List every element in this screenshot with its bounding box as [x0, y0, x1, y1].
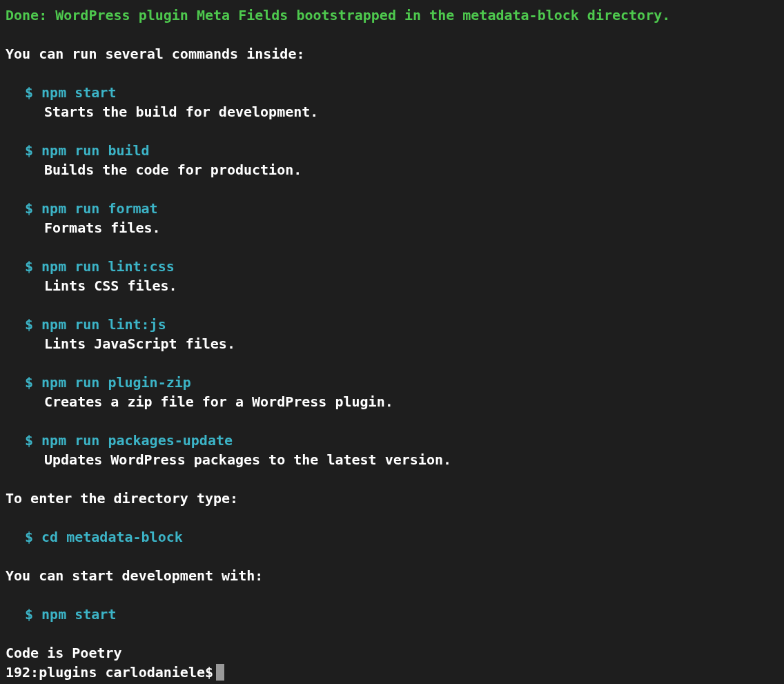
start-dev-command: $ npm start [6, 605, 778, 624]
command-block-format: $ npm run format Formats files. [6, 199, 778, 237]
command-block-pluginzip: $ npm run plugin-zip Creates a zip file … [6, 373, 778, 411]
enter-dir-command: $ cd metadata-block [6, 527, 778, 547]
command-block-start: $ npm start Starts the build for develop… [6, 83, 778, 121]
command-desc-start: Starts the build for development. [25, 102, 778, 121]
command-npm-start: $ npm start [25, 83, 778, 102]
command-desc-format: Formats files. [25, 218, 778, 237]
intro-text: You can run several commands inside: [6, 44, 778, 63]
command-desc-pluginzip: Creates a zip file for a WordPress plugi… [25, 392, 778, 411]
footer-poetry: Code is Poetry [6, 643, 778, 663]
command-npm-packagesupdate: $ npm run packages-update [25, 431, 778, 450]
command-npm-format: $ npm run format [25, 199, 778, 218]
command-block-lintcss: $ npm run lint:css Lints CSS files. [6, 257, 778, 295]
command-desc-lintjs: Lints JavaScript files. [25, 334, 778, 353]
start-dev-label: You can start development with: [6, 566, 778, 585]
command-npm-lintjs: $ npm run lint:js [25, 315, 778, 334]
command-desc-packagesupdate: Updates WordPress packages to the latest… [25, 450, 778, 469]
command-desc-lintcss: Lints CSS files. [25, 276, 778, 295]
command-block-build: $ npm run build Builds the code for prod… [6, 141, 778, 179]
command-npm-pluginzip: $ npm run plugin-zip [25, 373, 778, 392]
command-block-lintjs: $ npm run lint:js Lints JavaScript files… [6, 315, 778, 353]
command-npm-build: $ npm run build [25, 141, 778, 160]
terminal-cursor [216, 664, 224, 681]
command-desc-build: Builds the code for production. [25, 160, 778, 179]
done-message: Done: WordPress plugin Meta Fields boots… [6, 6, 778, 25]
command-block-packagesupdate: $ npm run packages-update Updates WordPr… [6, 431, 778, 469]
terminal-prompt: 192:plugins carlodaniele$ [6, 663, 213, 682]
enter-dir-label: To enter the directory type: [6, 489, 778, 508]
command-npm-lintcss: $ npm run lint:css [25, 257, 778, 276]
terminal-prompt-line[interactable]: 192:plugins carlodaniele$ [6, 663, 778, 682]
